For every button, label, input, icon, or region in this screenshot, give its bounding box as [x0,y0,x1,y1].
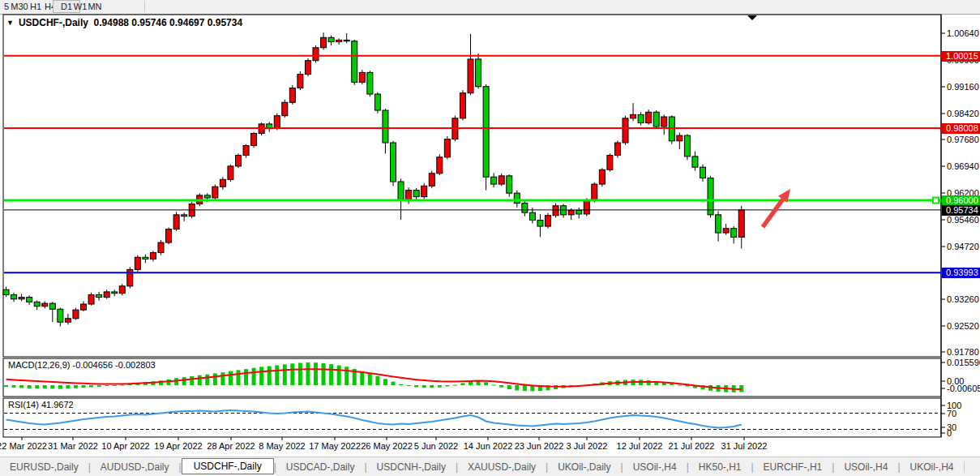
tab-usdchf-daily[interactable]: USDCHF-,Daily [182,458,274,474]
indicator-level-label: 0.015596 [947,358,980,367]
date-label: 23 Jun 2022 [515,441,564,451]
indicator-level-label: 0 [947,428,980,438]
date-label: 10 Apr 2022 [101,441,149,451]
date-label: 21 Jul 2022 [669,441,715,451]
symbol-name: USDCHF-,Daily [19,17,88,28]
date-label: 31 Mar 2022 [48,441,98,451]
tab-eurusd-daily[interactable]: EURUSD-,Daily [0,460,88,474]
tab-audusd-daily[interactable]: AUDUSD-,Daily [91,460,179,474]
date-label: 31 Jul 2022 [721,441,768,451]
price-badge-0.95734: 0.95734 [942,205,980,216]
tab-usoil-h4[interactable]: USOil-,H4 [834,460,897,474]
price-tick-label: 0.96940 [947,161,980,171]
hline-handle[interactable] [933,198,939,204]
price-tick-label: 0.99160 [947,82,980,92]
date-label: 17 May 2022 [309,441,361,451]
price-badge-1.00015: 1.00015 [942,51,980,62]
tabbar-separator [964,461,965,473]
price-tick-label: 0.95460 [947,215,980,225]
chart-canvas [0,0,980,476]
price-tick-label: 1.00640 [947,28,980,38]
tab-usoil-h4[interactable]: USOil-,H4 [623,460,687,474]
price-badge-0.93993: 0.93993 [942,268,980,278]
date-label: 26 May 2022 [361,441,413,451]
macd-indicator-label: MACD(12,26,9) -0.004656 -0.002803 [8,360,156,370]
tab-ukoil-daily[interactable]: UKOil-,Daily [548,460,620,474]
tab-usdcad-daily[interactable]: USDCAD-,Daily [276,460,365,474]
ohlc-values: 0.94988 0.95746 0.94697 0.95734 [94,17,243,28]
price-tick-label: 0.93260 [947,294,980,304]
price-badge-0.98008: 0.98008 [942,123,980,134]
chart-title: ▼USDCHF-,Daily 0.94988 0.95746 0.94697 0… [6,17,242,28]
date-label: 14 Jun 2022 [464,441,513,451]
tab-hk50-h1[interactable]: HK50-,H1 [689,460,751,474]
date-label: 22 Mar 2022 [0,441,47,451]
tab-eurchf-h1[interactable]: EURCHF-,H1 [754,460,832,474]
rsi-pane [3,398,941,437]
date-label: 8 May 2022 [259,441,305,451]
price-tick-label: 0.97680 [947,135,980,144]
tab-usdcnh-daily[interactable]: USDCNH-,Daily [367,460,456,474]
symbol-tab-bar: EURUSD-,Daily|AUDUSD-,Daily|USDCHF-,Dail… [0,457,980,476]
indicator-level-label: -0.006055 [947,384,980,393]
tab-ukoil-h4[interactable]: UKOil-,H4 [901,460,964,474]
date-label: 19 Apr 2022 [154,441,202,451]
tab-xauusd-daily[interactable]: XAUUSD-,Daily [458,460,546,474]
price-tick-label: 0.92520 [947,321,980,331]
date-label: 28 Apr 2022 [207,441,255,451]
symbol-dropdown-icon[interactable]: ▼ [6,19,14,27]
price-tick-label: 0.91780 [947,347,980,357]
price-tick-label: 0.98420 [947,109,980,118]
date-label: 12 Jul 2022 [617,441,663,451]
indicator-level-label: 70 [947,409,980,418]
date-label: 5 Jun 2022 [414,441,458,451]
rsi-indicator-label: RSI(14) 41.9672 [8,400,74,410]
date-label: 3 Jul 2022 [567,441,608,451]
price-tick-label: 0.94720 [947,242,980,251]
trading-platform-window: 5M30H1H4D1W1MN ▼USDCHF-,Daily 0.94988 0.… [0,0,980,476]
